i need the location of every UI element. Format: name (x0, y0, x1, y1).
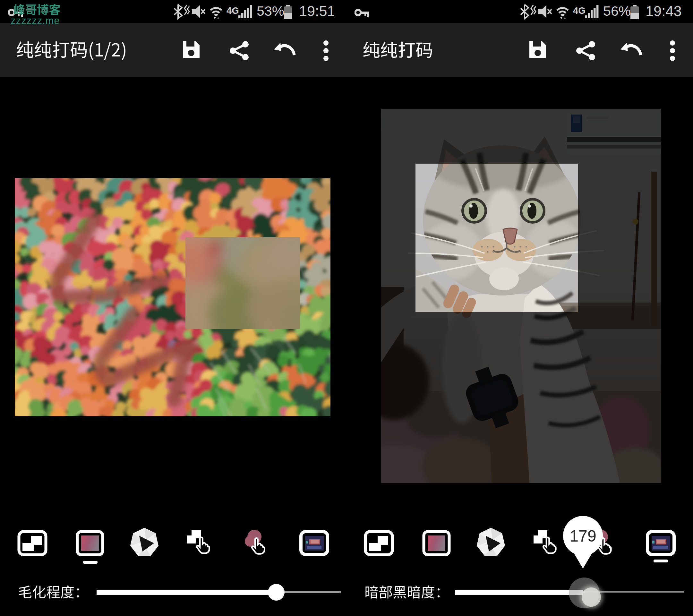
svg-text:19:51: 19:51 (299, 3, 334, 19)
svg-text:56%: 56% (603, 3, 631, 19)
svg-text:4G: 4G (573, 5, 586, 16)
svg-text:4G: 4G (226, 5, 239, 16)
svg-text:19:43: 19:43 (646, 3, 681, 19)
svg-text:179: 179 (570, 527, 596, 545)
svg-text:53%: 53% (257, 3, 284, 19)
